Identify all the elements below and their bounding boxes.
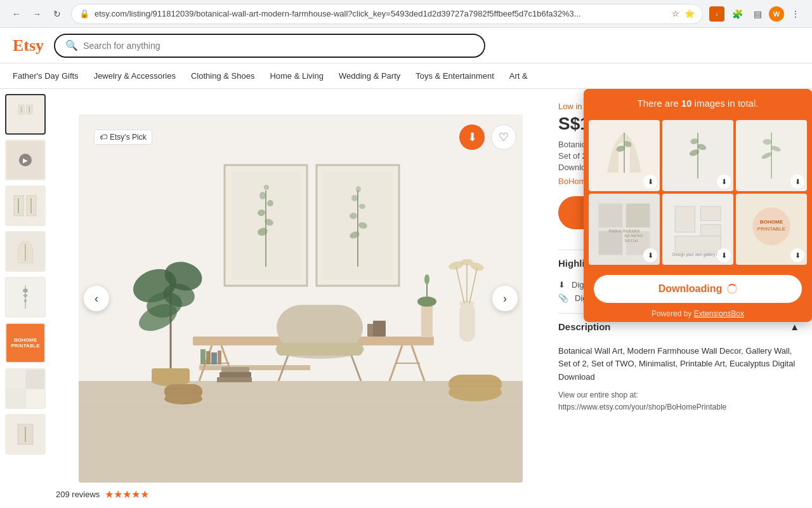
extension-popup: There are 10 images in total. ⬇: [584, 89, 812, 322]
main-content: ▶: [0, 89, 812, 508]
svg-rect-52: [373, 321, 386, 337]
ext-popup-header: There are 10 images in total.: [584, 89, 812, 117]
bookmark-icon: ☆: [672, 9, 679, 18]
browser-forward-button[interactable]: →: [28, 5, 46, 23]
svg-rect-36: [277, 343, 363, 356]
svg-rect-116: [675, 236, 721, 252]
description-section: Description ▲ Botanical Wall Art, Modern…: [558, 313, 799, 414]
nav-item-wedding[interactable]: Wedding & Party: [339, 71, 400, 81]
browser-nav-buttons: ← → ↻: [8, 5, 66, 23]
ext-image-3: ⬇: [736, 120, 807, 191]
thumbnail-3[interactable]: [5, 185, 46, 226]
ext-download-label: Downloading: [658, 283, 722, 295]
image-favorite-button[interactable]: ♡: [491, 124, 516, 150]
ext-dl-icon-6[interactable]: ⬇: [790, 248, 804, 262]
thumbnail-5[interactable]: [5, 277, 46, 318]
svg-rect-106: [626, 204, 650, 228]
thumbnail-7[interactable]: [5, 368, 46, 409]
chevron-up-icon: ▲: [790, 321, 799, 332]
ext-image-1: ⬇: [589, 120, 660, 191]
reviews-row: 209 reviews ★★★★★: [56, 488, 149, 500]
ext-image-4: Ratios Includes 3x2 4x3 5x4 7x5 11x1 ⬇: [589, 194, 660, 265]
nav-item-jewelry[interactable]: Jewelry & Accessories: [94, 71, 176, 81]
svg-point-70: [356, 186, 361, 192]
ext-dl-icon-1[interactable]: ⬇: [643, 175, 657, 189]
svg-rect-84: [164, 384, 202, 399]
download-icon: ⬇: [558, 280, 565, 290]
etsy-logo[interactable]: Etsy: [13, 36, 44, 55]
browser-address-bar[interactable]: 🔒 etsy.com/listing/911812039/botanical-w…: [71, 4, 703, 24]
etsys-pick-badge: 🏷 Etsy's Pick: [94, 130, 152, 145]
nav-item-home-living[interactable]: Home & Living: [270, 71, 324, 81]
nav-item-fathers-day[interactable]: Father's Day Gifts: [13, 71, 79, 81]
svg-rect-27: [199, 365, 310, 370]
main-product-image: 🏷 Etsy's Pick ⬇ ♡ ‹ ›: [79, 114, 523, 483]
svg-point-61: [264, 185, 269, 190]
svg-rect-29: [206, 351, 211, 364]
image-prev-button[interactable]: ‹: [84, 286, 109, 311]
svg-rect-47: [421, 302, 433, 337]
extensions-download-button[interactable]: ↓: [708, 5, 726, 23]
puzzle-icon: 🧩: [732, 9, 743, 19]
svg-point-69: [351, 195, 358, 201]
svg-rect-113: [675, 206, 695, 232]
thumbnail-2[interactable]: ▶: [5, 140, 46, 180]
image-download-button[interactable]: ⬇: [459, 124, 485, 150]
ext-dl-icon-4[interactable]: ⬇: [643, 248, 657, 262]
ext-downloading-button[interactable]: Downloading: [594, 275, 802, 303]
svg-rect-89: [221, 367, 249, 372]
svg-rect-31: [218, 351, 221, 364]
paperclip-icon: 📎: [558, 293, 568, 303]
extensions-box-link[interactable]: ExtensionsBox: [694, 309, 744, 318]
svg-point-103: [763, 139, 772, 145]
thumbnail-4[interactable]: [5, 231, 46, 272]
user-avatar[interactable]: W: [769, 6, 784, 22]
ext-image-2: ⬇: [662, 120, 733, 191]
thumbnail-8[interactable]: [5, 414, 46, 455]
nav-item-clothing[interactable]: Clothing & Shoes: [191, 71, 254, 81]
svg-rect-80: [449, 375, 502, 394]
puzzle-button[interactable]: 🧩: [728, 5, 746, 23]
svg-rect-0: [13, 102, 38, 127]
ext-dl-icon-3[interactable]: ⬇: [790, 175, 804, 189]
svg-rect-71: [459, 304, 475, 342]
browser-back-button[interactable]: ←: [8, 5, 25, 23]
browser-chrome: ← → ↻ 🔒 etsy.com/listing/911812039/botan…: [0, 0, 812, 28]
ext-spinner: [727, 284, 737, 294]
ext-dl-icon-2[interactable]: ⬇: [717, 175, 731, 189]
svg-rect-46: [152, 368, 190, 382]
menu-button[interactable]: ⋮: [787, 5, 804, 23]
search-icon: 🔍: [65, 39, 78, 51]
svg-rect-114: [701, 206, 721, 221]
svg-rect-87: [217, 377, 252, 382]
description-text: Botanical Wall Art, Modern Farmhouse Wal…: [558, 345, 799, 384]
main-image-area: 🏷 Etsy's Pick ⬇ ♡ ‹ ›: [56, 89, 546, 508]
browser-refresh-button[interactable]: ↻: [48, 5, 66, 23]
review-count: 209 reviews: [56, 490, 100, 499]
svg-point-11: [23, 288, 28, 292]
image-next-button[interactable]: ›: [492, 286, 518, 311]
thumbnail-6[interactable]: BOHOMEPRINTABLE: [5, 323, 46, 363]
svg-text:7x5  11x1: 7x5 11x1: [624, 239, 638, 243]
sidebar-icon: ▤: [754, 9, 762, 19]
etsy-search-bar[interactable]: 🔍: [54, 34, 485, 58]
svg-rect-105: [599, 204, 623, 228]
sidebar-button[interactable]: ▤: [749, 5, 766, 23]
nav-item-art[interactable]: Art &: [509, 71, 528, 81]
tag-icon: 🏷: [100, 133, 107, 142]
thumbnail-1[interactable]: [5, 94, 46, 135]
search-input[interactable]: [83, 41, 474, 51]
thumbnail-column: ▶: [0, 89, 56, 508]
svg-text:3x2  4x3  5x4: 3x2 4x3 5x4: [624, 234, 643, 237]
nav-item-toys[interactable]: Toys & Entertainment: [416, 71, 494, 81]
lock-icon: 🔒: [79, 9, 89, 18]
star-icon: ⭐: [684, 9, 695, 18]
ext-dl-icon-5[interactable]: ⬇: [717, 248, 731, 262]
svg-text:Ratios Includes: Ratios Includes: [608, 228, 640, 234]
browser-url: etsy.com/listing/911812039/botanical-wal…: [95, 9, 667, 18]
svg-point-60: [259, 192, 266, 199]
svg-text:Design your own gallery wall: Design your own gallery wall: [672, 252, 723, 257]
description-extra: View our entire shop at: https://www.ets…: [558, 389, 799, 413]
svg-point-13: [24, 299, 27, 302]
svg-point-50: [424, 274, 429, 284]
